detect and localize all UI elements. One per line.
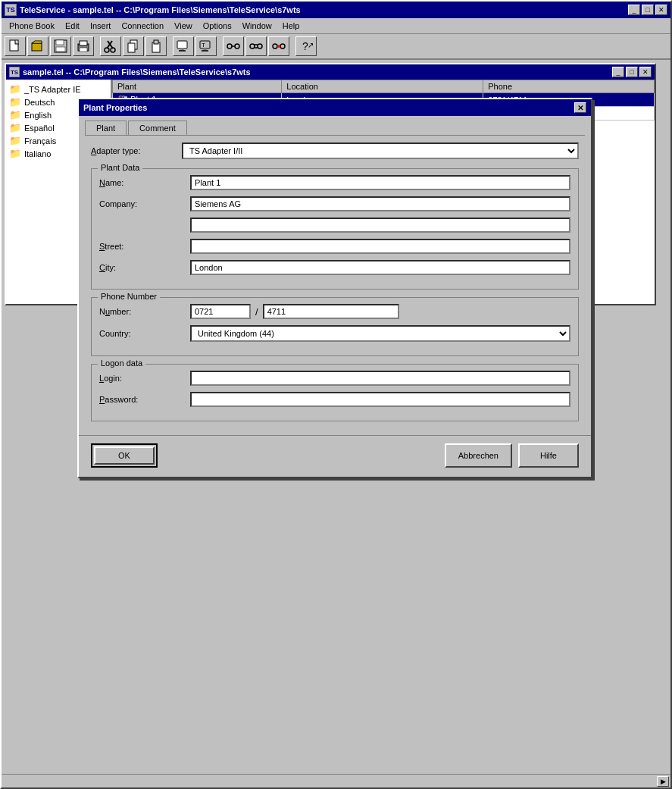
- svg-rect-17: [177, 41, 187, 49]
- folder-icon-italiano: 📁: [9, 148, 21, 159]
- menu-bar: Phone Book Edit Insert Connection View O…: [2, 18, 670, 34]
- toolbar-cut[interactable]: [100, 36, 121, 56]
- name-input[interactable]: [190, 175, 570, 190]
- country-select[interactable]: United Kingdom (44) Germany (49) USA (1)…: [190, 325, 570, 342]
- maximize-button[interactable]: □: [642, 5, 654, 15]
- col-phone: Phone: [483, 80, 655, 93]
- plant-data-group: Plant Data Name: Company:: [91, 168, 579, 290]
- ok-button[interactable]: OK: [94, 446, 155, 465]
- company-control: [190, 196, 570, 211]
- toolbar-help[interactable]: ?↗: [295, 36, 317, 56]
- number-row: Number: /: [99, 304, 570, 319]
- city-input[interactable]: [190, 260, 570, 275]
- menu-options[interactable]: Options: [198, 20, 236, 32]
- scroll-right-button[interactable]: ▶: [657, 776, 669, 787]
- inner-title-buttons: _ □ ✕: [612, 67, 652, 77]
- login-control: [190, 371, 570, 386]
- country-row: Country: United Kingdom (44) Germany (49…: [99, 325, 570, 342]
- menu-window[interactable]: Window: [238, 20, 277, 32]
- logon-data-group: Logon data Login: Password:: [91, 364, 579, 421]
- tree-item-label-deutsch: Deutsch: [24, 98, 55, 107]
- menu-edit[interactable]: Edit: [61, 20, 84, 32]
- toolbar-save[interactable]: [50, 36, 71, 56]
- country-label: Country:: [99, 329, 190, 338]
- folder-icon-espanol: 📁: [9, 122, 21, 133]
- login-label: Login:: [99, 374, 190, 383]
- company2-control: [190, 218, 570, 233]
- svg-rect-8: [80, 48, 87, 52]
- name-row: Name:: [99, 175, 570, 190]
- dialog-tabs: Plant Comment: [79, 116, 591, 135]
- tree-item-ts-adapter[interactable]: 📁 _TS Adapter IE: [8, 83, 109, 95]
- inner-minimize-button[interactable]: _: [612, 67, 624, 77]
- toolbar-connect3[interactable]: [268, 36, 289, 56]
- toolbar-copy[interactable]: [123, 36, 144, 56]
- menu-phonebook[interactable]: Phone Book: [5, 20, 59, 32]
- toolbar: T ?↗: [2, 34, 670, 60]
- adapter-type-label: Adapter type:: [91, 146, 182, 155]
- svg-rect-14: [128, 43, 135, 52]
- dialog-buttons: OK Abbrechen Hilfe: [79, 435, 591, 477]
- minimize-button[interactable]: _: [628, 5, 640, 15]
- phone-number-suffix-input[interactable]: [263, 304, 399, 319]
- street-row: Street:: [99, 239, 570, 254]
- phone-number-prefix-input[interactable]: [190, 304, 251, 319]
- tree-item-label-italiano: Italiano: [24, 149, 51, 158]
- number-label: Number:: [99, 307, 190, 316]
- menu-connection[interactable]: Connection: [117, 20, 168, 32]
- cancel-button[interactable]: Abbrechen: [445, 443, 512, 468]
- svg-point-24: [227, 44, 232, 49]
- inner-title-left: TS sample.tel -- C:\Program Files\Siemen…: [9, 67, 251, 77]
- dialog-close-button[interactable]: ✕: [574, 102, 586, 113]
- street-label: Street:: [99, 242, 190, 251]
- company-row: Company:: [99, 196, 570, 211]
- street-input[interactable]: [190, 239, 570, 254]
- name-control: [190, 175, 570, 190]
- dialog-title-bar: Plant Properties ✕: [79, 99, 591, 116]
- main-window: TS TeleService - sample.tel -- C:\Progra…: [0, 0, 672, 789]
- svg-rect-5: [56, 47, 65, 52]
- adapter-type-select[interactable]: TS Adapter I/II TS Adapter IE PC Adapter: [182, 142, 579, 159]
- phone-number-group: Phone Number Number: / Count: [91, 297, 579, 356]
- folder-icon-ts: 📁: [9, 83, 21, 95]
- password-input[interactable]: [190, 392, 570, 407]
- toolbar-connect1[interactable]: [223, 36, 244, 56]
- toolbar-sep3: [218, 36, 221, 56]
- app-icon: TS: [5, 4, 17, 16]
- help-button[interactable]: Hilfe: [518, 443, 579, 468]
- company-label: Company:: [99, 199, 190, 208]
- toolbar-paste[interactable]: [145, 36, 167, 56]
- tab-plant[interactable]: Plant: [85, 121, 127, 135]
- toolbar-print[interactable]: [73, 36, 94, 56]
- menu-insert[interactable]: Insert: [86, 20, 116, 32]
- city-control: [190, 260, 570, 275]
- svg-rect-7: [80, 41, 87, 45]
- password-row: Password:: [99, 392, 570, 407]
- ok-button-wrapper: OK: [91, 443, 158, 468]
- toolbar-new[interactable]: [5, 36, 26, 56]
- city-row: City:: [99, 260, 570, 275]
- company2-input[interactable]: [190, 218, 570, 233]
- toolbar-connect2[interactable]: [245, 36, 267, 56]
- inner-maximize-button[interactable]: □: [626, 67, 638, 77]
- close-button[interactable]: ✕: [655, 5, 667, 15]
- toolbar-monitor2[interactable]: T: [195, 36, 217, 56]
- menu-help[interactable]: Help: [278, 20, 305, 32]
- name-label: Name:: [99, 178, 190, 187]
- menu-view[interactable]: View: [170, 20, 197, 32]
- toolbar-open[interactable]: [27, 36, 48, 56]
- main-title-bar: TS TeleService - sample.tel -- C:\Progra…: [2, 2, 670, 18]
- logon-data-legend: Logon data: [98, 358, 145, 368]
- login-input[interactable]: [190, 371, 570, 386]
- city-label: City:: [99, 263, 190, 272]
- toolbar-monitor1[interactable]: [173, 36, 194, 56]
- company-input[interactable]: [190, 196, 570, 211]
- inner-close-button[interactable]: ✕: [639, 67, 652, 77]
- company2-row: [99, 218, 570, 233]
- tab-comment[interactable]: Comment: [128, 121, 187, 135]
- tree-item-label-ts: _TS Adapter IE: [24, 85, 81, 94]
- adapter-type-row: Adapter type: TS Adapter I/II TS Adapter…: [91, 142, 579, 159]
- folder-icon-francais: 📁: [9, 135, 21, 146]
- svg-text:↗: ↗: [308, 41, 313, 49]
- svg-point-32: [280, 44, 285, 49]
